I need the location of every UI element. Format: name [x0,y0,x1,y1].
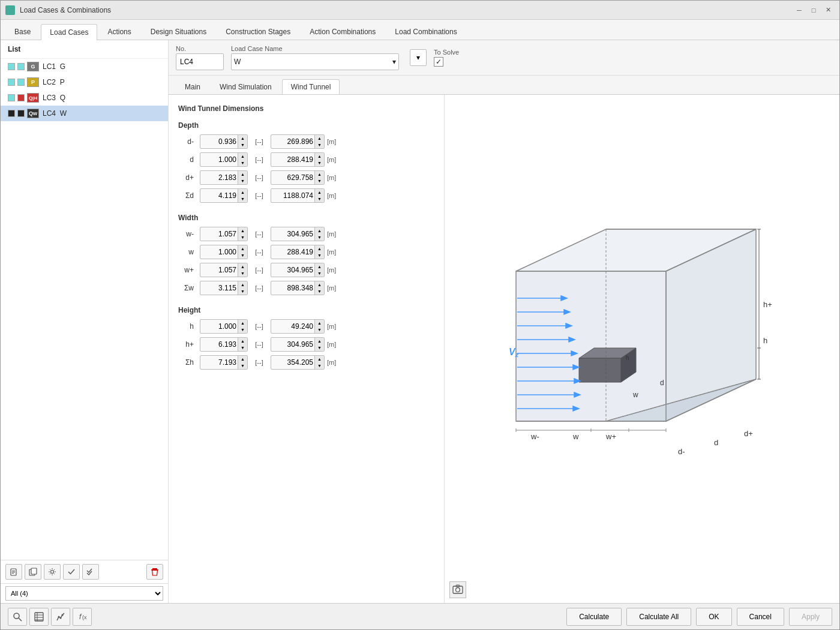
no-field-group: No. [176,45,224,70]
minimize-button[interactable]: ─ [793,4,806,17]
form-panel: Wind Tunnel Dimensions Depth d- ▲▼ [--] [169,95,445,603]
new-button[interactable] [5,564,22,580]
wm-bottom-label: w- [530,432,539,441]
w-bottom-label: w [572,432,579,441]
settings-button[interactable] [44,564,61,580]
tab-base[interactable]: Base [5,23,40,40]
form-header: No. Load Case Name W ▾ ▾ To Solve ✓ [169,40,839,76]
lc4-label: LC4 W [43,109,67,118]
tab-load-combinations[interactable]: Load Combinations [386,23,466,40]
close-button[interactable]: ✕ [821,4,835,17]
list-filter: All (4) [1,583,168,603]
width-row-wm: w- ▲▼ [--] ▲▼ [m] [178,227,434,241]
depth-dm-up2[interactable]: ▲ [314,135,324,142]
depth-dm-down[interactable]: ▼ [238,142,247,148]
diagram-bottom-button[interactable] [51,608,70,626]
color-swatch-lc1 [8,63,15,70]
cancel-button[interactable]: Cancel [737,608,784,626]
svg-rect-8 [31,568,37,574]
width-row-sumw: Σw ▲▼ [--] ▲▼ [m] [178,281,434,295]
badge-lc1: G [27,62,39,71]
calculate-button[interactable]: Calculate [566,608,622,626]
depth-d-label: d [178,155,197,164]
no-input[interactable] [176,53,224,70]
copy-button[interactable] [25,564,41,580]
height-title: Height [178,306,434,314]
hp-dim-label: h+ [763,300,772,309]
list-header: List [1,40,168,59]
list-item-lc4[interactable]: Qw LC4 W [1,106,168,121]
svg-marker-11 [516,271,666,421]
dropdown-extra-button[interactable]: ▾ [410,49,427,66]
d-inside-label: d [660,379,664,387]
tab-construction-stages[interactable]: Construction Stages [217,23,299,40]
depth-dm-unit: [--] [250,138,268,145]
lc2-label: LC2 P [43,78,65,86]
app-icon [5,5,15,15]
left-panel: List G LC1 G P LC2 P [1,40,169,603]
tab-action-combinations[interactable]: Action Combinations [301,23,385,40]
tab-main[interactable]: Main [176,79,209,94]
tab-content: Wind Tunnel Dimensions Depth d- ▲▼ [--] [169,95,839,603]
filter-select[interactable]: All (4) [5,586,163,601]
depth-dm-spin2: ▲▼ [271,134,325,149]
depth-row-d: d ▲▼ [--] ▲▼ [m] [178,152,434,167]
bottom-buttons: Calculate Calculate All OK Cancel Apply [566,608,832,626]
height-row-sumh: Σh ▲▼ [--] ▲▼ [m] [178,355,434,370]
to-solve-label: To Solve [434,49,832,56]
to-solve-checkbox[interactable]: ✓ [434,57,443,67]
check-all-button[interactable] [82,564,99,580]
tab-wind-tunnel[interactable]: Wind Tunnel [282,79,340,94]
delete-button[interactable] [146,564,163,580]
list-items: G LC1 G P LC2 P Q|H [1,59,168,560]
list-item-lc3[interactable]: Q|H LC3 Q [1,90,168,106]
svg-rect-49 [453,586,463,593]
main-window: Load Cases & Combinations ─ □ ✕ Base Loa… [0,0,840,630]
depth-row-sumd: Σd ▲▼ [--] ▲▼ [m] [178,188,434,203]
viz-footer [449,581,466,598]
height-group: Height h ▲▼ [--] ▲▼ [m] h+ ▲▼ [--] [178,306,434,370]
badge-lc4: Qw [27,109,39,118]
load-case-name-select[interactable]: W ▾ [231,53,399,70]
list-item-lc1[interactable]: G LC1 G [1,59,168,74]
svg-rect-0 [7,8,14,13]
width-group: Width w- ▲▼ [--] ▲▼ [m] w ▲▼ [--] [178,214,434,295]
section-title: Wind Tunnel Dimensions [178,104,434,115]
ok-button[interactable]: OK [696,608,731,626]
bottom-bar: f(x) Calculate Calculate All OK Cancel A… [1,603,839,629]
svg-marker-18 [579,358,621,382]
tab-actions[interactable]: Actions [98,23,140,40]
wind-tunnel-diagram: Vz h+ h w- w [480,205,804,493]
load-case-name-group: Load Case Name W ▾ [231,45,399,70]
function-bottom-button[interactable]: f(x) [73,608,92,626]
width-row-wp: w+ ▲▼ [--] ▲▼ [m] [178,263,434,277]
calculate-all-button[interactable]: Calculate All [626,608,691,626]
depth-dm-down2[interactable]: ▼ [314,142,324,148]
right-panel: No. Load Case Name W ▾ ▾ To Solve ✓ [169,40,839,603]
depth-dm-up[interactable]: ▲ [238,135,247,142]
depth-d-up[interactable]: ▲ [238,153,247,160]
badge-lc3: Q|H [27,93,39,103]
depth-dm-unit2: [m] [327,138,343,145]
tab-design-situations[interactable]: Design Situations [142,23,215,40]
inner-tabs: Main Wind Simulation Wind Tunnel [169,76,839,95]
maximize-button[interactable]: □ [807,4,820,17]
search-bottom-button[interactable] [8,608,27,626]
apply-button[interactable]: Apply [789,608,832,626]
table-bottom-button[interactable] [29,608,49,626]
svg-rect-9 [152,568,157,569]
depth-group: Depth d- ▲▼ [--] ▲▼ [178,121,434,203]
color-swatch2-lc1 [17,63,25,70]
check-button[interactable] [63,564,80,580]
depth-dp-label: d+ [178,173,197,182]
screenshot-button[interactable] [449,581,466,598]
list-item-lc2[interactable]: P LC2 P [1,74,168,90]
tab-load-cases[interactable]: Load Cases [41,24,97,40]
lc1-label: LC1 G [43,62,65,71]
color-swatch-lc2 [8,79,15,86]
main-content: List G LC1 G P LC2 P [1,40,839,603]
list-toolbar [1,560,168,583]
tab-wind-simulation[interactable]: Wind Simulation [211,79,281,94]
depth-d-down[interactable]: ▼ [238,160,247,166]
depth-dm-spin: ▲▼ [200,134,248,149]
